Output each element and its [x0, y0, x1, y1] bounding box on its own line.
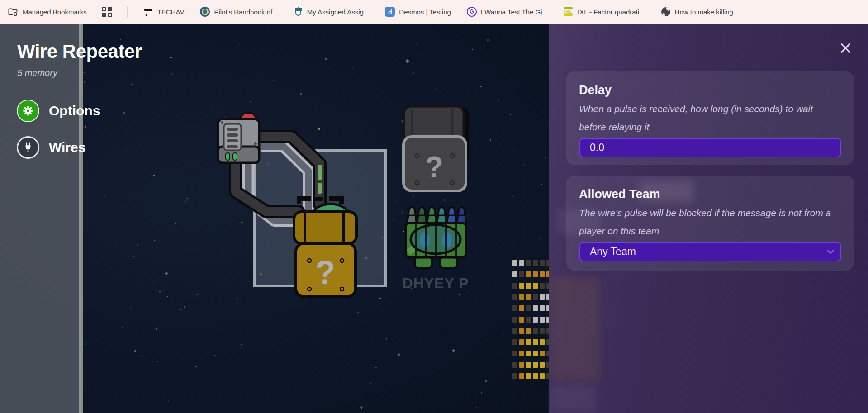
techav-icon [143, 7, 153, 17]
svg-text:?: ? [315, 254, 335, 290]
bookmark-item[interactable]: IXLIXL - Factor quadrati... [564, 7, 645, 17]
managed-bookmarks-label: Managed Bookmarks [23, 8, 87, 16]
wire-signal-indicator [318, 165, 322, 194]
delay-card: Delay When a pulse is received, how long… [566, 71, 854, 165]
wire-repeater-device[interactable] [218, 113, 259, 163]
bookmark-item[interactable]: Pilot's Handbook of... [200, 7, 278, 17]
globe-icon [661, 7, 671, 17]
allowed-team-title: Allowed Team [579, 187, 841, 201]
seal-icon [200, 7, 210, 17]
plug-icon [17, 136, 39, 159]
allowed-team-card: Allowed Team The wire's pulse will be bl… [566, 176, 854, 271]
delay-description: When a pulse is received, how long (in s… [579, 100, 837, 136]
crayon-character[interactable]: DHYEY P [403, 207, 469, 291]
managed-bookmarks-button[interactable]: Managed Bookmarks [7, 6, 87, 17]
allowed-team-description: The wire's pulse will be blocked if the … [579, 204, 846, 240]
bookmark-label: I Wanna Test The Gi... [481, 8, 548, 16]
bookmark-label: TECHAV [157, 8, 185, 16]
sidebar-item-wires[interactable]: Wires [17, 136, 85, 159]
delay-input[interactable] [579, 138, 841, 157]
chevron-down-icon [827, 250, 834, 254]
ixl-icon: IXL [564, 7, 574, 17]
gimkit-icon: G [467, 7, 477, 17]
managed-folder-icon [7, 6, 19, 17]
gear-icon [17, 100, 39, 122]
player-name-label: DHYEY P [403, 275, 469, 291]
allowed-team-select[interactable]: Any Team [579, 242, 841, 261]
sidebar-item-label: Wires [49, 140, 85, 155]
bookmark-item[interactable]: dDesmos | Testing [385, 7, 451, 17]
question-box-gray[interactable]: ? [403, 106, 469, 191]
svg-text:?: ? [425, 150, 443, 184]
bookmark-item[interactable]: How to make killing... [661, 7, 739, 17]
bookmarks-bar: Managed Bookmarks TECHAVPilot's Handbook… [0, 0, 868, 24]
bookmark-item[interactable]: GI Wanna Test The Gi... [467, 7, 548, 17]
sidebar-scrollbar[interactable] [79, 24, 83, 413]
bookmark-label: Desmos | Testing [399, 8, 451, 16]
acorn-icon [294, 7, 303, 17]
device-title: Wire Repeater [17, 41, 207, 62]
sidebar-item-label: Options [49, 103, 100, 119]
bookmark-label: How to make killing... [675, 8, 739, 16]
question-box-yellow[interactable]: ? [294, 204, 356, 297]
delay-title: Delay [579, 83, 841, 97]
device-memory-label: 5 memory [17, 68, 57, 78]
allowed-team-value: Any Team [590, 246, 636, 258]
bookmark-label: Pilot's Handbook of... [214, 8, 278, 16]
bookmark-label: IXL - Factor quadrati... [578, 8, 645, 16]
sidebar-item-options[interactable]: Options [17, 100, 100, 122]
settings-panel: Delay When a pulse is received, how long… [549, 24, 868, 413]
apps-grid-icon[interactable] [102, 7, 112, 17]
bookmark-item[interactable]: TECHAV [143, 7, 185, 17]
bookmarks-separator [127, 6, 128, 18]
close-icon[interactable] [835, 37, 856, 59]
bookmark-item[interactable]: My Assigned Assig... [294, 7, 370, 17]
screen: ? ? [0, 0, 868, 413]
device-sidebar [0, 24, 81, 413]
desmos-icon: d [385, 7, 395, 17]
bookmark-label: My Assigned Assig... [307, 8, 370, 16]
